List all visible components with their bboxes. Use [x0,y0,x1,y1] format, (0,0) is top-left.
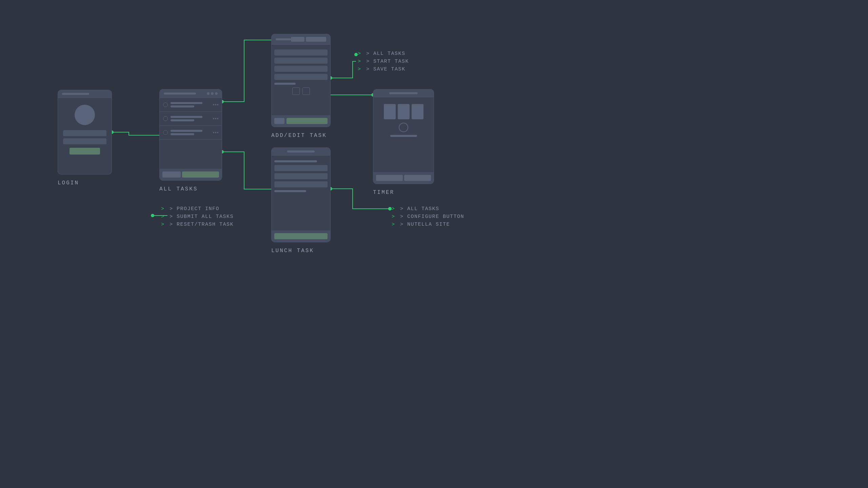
lunch-header [272,148,330,156]
arrow-icon-3: > [358,66,361,72]
nav-configure-button[interactable]: > > CONFIGURE BUTTON [392,214,464,220]
timer-circle [399,123,408,132]
lunch-label: LUNCH TASK [271,246,314,254]
alltasks-screen-header [160,89,222,98]
addedit-field2[interactable] [274,58,328,64]
addedit-footer-btn-right[interactable] [287,118,328,124]
connection-lines [0,0,868,488]
addedit-field3[interactable] [274,66,328,72]
nav-start-task[interactable]: > > START TASK [358,59,409,64]
lunch-field2[interactable] [274,173,328,179]
nav-reset-trash[interactable]: > > RESET/TRASH TASK [161,222,234,227]
arrow-icon-6: > [161,222,165,227]
lunch-footer-btn[interactable] [274,233,328,239]
timer-title-bar [389,92,418,94]
login-fields [58,130,112,155]
arrow-icon-4: > [161,206,165,212]
canvas: LOGIN [0,0,868,488]
task-text-3 [171,128,210,137]
timer-footer-btn1[interactable] [376,175,403,181]
lunch-body [272,156,330,198]
nav-submit-all-tasks[interactable]: > > SUBMIT ALL TASKS [161,214,234,220]
lunch-footer [272,230,330,242]
nav-save-task[interactable]: > > SAVE TASK [358,66,409,72]
addedit-checkboxes [274,87,328,95]
addedit-bar [274,83,296,85]
task-item-2[interactable] [160,112,222,126]
lunch-bar-title [274,160,317,162]
addedit-header [272,34,330,45]
timer-bar3 [412,104,423,119]
task-item-3[interactable] [160,126,222,140]
task-radio-3[interactable] [163,130,168,135]
lunch-field3[interactable] [274,181,328,187]
alltasks-dots [207,92,218,95]
dot2 [211,92,214,95]
addedit-field1[interactable] [274,49,328,56]
alltasks-screen [159,89,222,181]
task-more-3[interactable] [213,132,218,133]
timer-body [373,97,434,142]
timer-footer-btn2[interactable] [404,175,431,181]
login-username-field[interactable] [63,130,106,136]
addedit-hdr-btn1[interactable] [291,37,304,42]
alltasks-label: ALL TASKS [159,184,198,192]
task-more-1[interactable] [213,104,218,105]
addedit-header-btns [291,37,326,42]
arrow-icon-8: > [392,214,395,220]
timer-bar1 [384,104,396,119]
addedit-checkbox1[interactable] [292,87,300,95]
login-avatar [75,105,95,125]
nav-all-tasks-2[interactable]: > > ALL TASKS [392,206,464,212]
arrow-icon-1: > [358,51,361,57]
login-title-bar [62,93,89,95]
dot3 [215,92,218,95]
timer-nav-links: > > ALL TASKS > > CONFIGURE BUTTON > > N… [392,206,464,227]
timer-footer [373,172,434,184]
footer-btn-left[interactable] [162,171,181,178]
addedit-nav-links: > > ALL TASKS > > START TASK > > SAVE TA… [358,51,409,72]
addedit-body [272,45,330,100]
task-radio-1[interactable] [163,102,168,107]
addedit-title-bar [276,38,291,40]
addedit-footer-btn-left[interactable] [274,118,284,124]
svg-point-7 [388,207,392,210]
nav-project-info[interactable]: > > PROJECT INFO [161,206,234,212]
arrow-icon-7: > [392,206,395,212]
nav-all-tasks-1[interactable]: > > ALL TASKS [358,51,409,57]
timer-bars [377,104,430,119]
login-button[interactable] [70,148,100,155]
svg-point-9 [388,207,392,210]
task-more-2[interactable] [213,118,218,119]
arrow-icon-9: > [392,222,395,227]
addedit-label: ADD/EDIT TASK [271,130,327,139]
lunch-screen [271,147,331,242]
timer-bar2 [398,104,410,119]
login-screen-header [58,90,112,98]
login-label: LOGIN [58,178,79,186]
task-item-1[interactable] [160,98,222,112]
alltasks-footer [160,169,222,180]
timer-value-bar [390,135,417,137]
task-radio-2[interactable] [163,116,168,121]
footer-btn-wide[interactable] [182,171,219,178]
lunch-title-bar [287,150,315,152]
timer-screen [373,89,434,184]
addedit-footer [272,115,330,127]
addedit-field4[interactable] [274,74,328,80]
lunch-field1[interactable] [274,165,328,171]
nav-nutella-site[interactable]: > > NUTELLA SITE [392,222,464,227]
login-password-field[interactable] [63,138,106,144]
svg-point-6 [151,214,154,217]
timer-header [373,89,434,97]
addedit-hdr-btn2[interactable] [306,37,326,42]
arrow-icon-5: > [161,214,165,220]
login-screen [58,90,112,175]
addedit-checkbox2[interactable] [302,87,310,95]
addedit-screen [271,34,331,127]
alltasks-nav-links: > > PROJECT INFO > > SUBMIT ALL TASKS > … [161,206,234,227]
task-text-1 [171,101,210,109]
dot1 [207,92,210,95]
timer-label: TIMER [373,187,394,196]
lunch-bar2 [274,190,306,192]
